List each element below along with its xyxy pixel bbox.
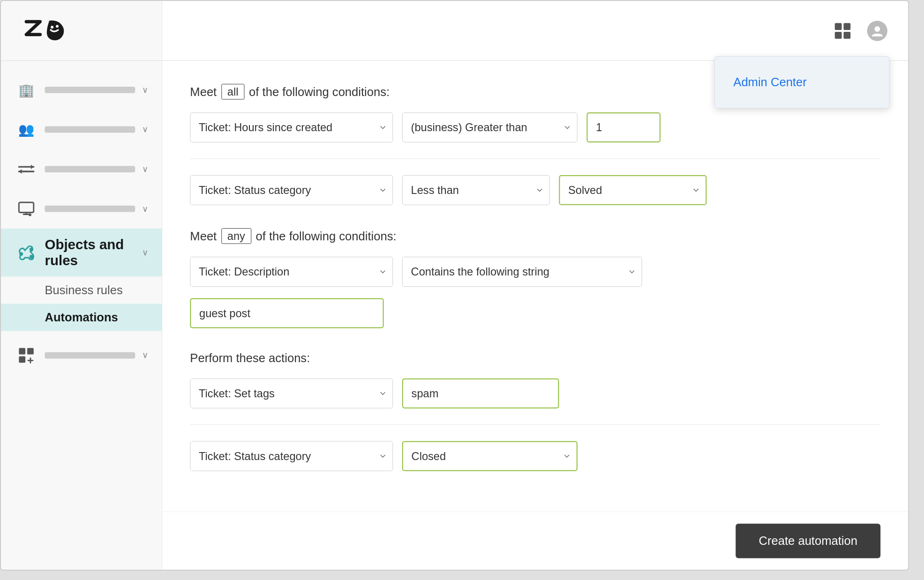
any-badge: any — [221, 228, 251, 244]
svg-rect-13 — [19, 348, 25, 355]
user-avatar-icon — [867, 21, 887, 41]
svg-marker-5 — [19, 169, 22, 174]
chevron-icon-5: ∨ — [142, 247, 148, 258]
nav-label-bar-3 — [45, 166, 135, 172]
all-badge: all — [221, 84, 244, 99]
chevron-icon-4: ∨ — [142, 204, 148, 214]
all-condition-row-2: Ticket: Status category Less than Solved — [190, 175, 880, 205]
action-row-1: Ticket: Set tags — [190, 379, 880, 409]
admin-center-dropdown: Admin Center — [714, 56, 890, 108]
svg-point-9 — [29, 214, 31, 216]
svg-point-1 — [56, 25, 59, 28]
svg-point-18 — [874, 26, 880, 32]
action-row1-field-select[interactable]: Ticket: Set tags — [190, 379, 393, 409]
page-body: Meet all of the following conditions: Ti… — [162, 61, 908, 512]
grid-icon — [834, 23, 850, 38]
action-row1-value-input[interactable] — [402, 379, 559, 409]
svg-rect-14 — [27, 348, 34, 355]
any-header-pre: Meet — [190, 229, 217, 243]
all-header-pre: Meet — [190, 85, 217, 99]
any-row1-operator-select[interactable]: Contains the following string — [402, 257, 642, 287]
people-icon: 👥 — [15, 118, 38, 141]
monitor-icon — [15, 197, 38, 220]
page-footer: Create automation — [162, 512, 908, 570]
all-row2-value-select[interactable]: Solved — [559, 175, 706, 205]
actions-header: Perform these actions: — [190, 351, 880, 365]
subnav-item-automations[interactable]: Automations — [1, 304, 162, 331]
sidebar-item-apps[interactable]: ∨ — [1, 335, 162, 375]
all-row1-value-input[interactable] — [586, 112, 660, 142]
actions-section: Perform these actions: Ticket: Set tags … — [190, 351, 880, 471]
all-condition-row-1: Ticket: Hours since created (business) G… — [190, 112, 880, 142]
any-conditions-header: Meet any of the following conditions: — [190, 228, 880, 244]
main-content: Admin Center Meet all of the following c… — [162, 1, 908, 570]
svg-point-10 — [19, 252, 23, 256]
sidebar-item-monitor[interactable]: ∨ — [1, 189, 162, 229]
zendesk-logo — [19, 15, 75, 47]
apps-icon — [15, 344, 38, 367]
svg-point-12 — [30, 255, 33, 259]
chevron-icon-3: ∨ — [142, 164, 148, 174]
svg-rect-6 — [19, 202, 33, 213]
app-frame: 🏢 ∨ 👥 ∨ — [0, 0, 909, 571]
chevron-icon-6: ∨ — [142, 350, 148, 361]
grid-cell-3 — [834, 31, 841, 38]
any-row1-field-select[interactable]: Ticket: Description — [190, 257, 393, 287]
admin-center-link[interactable]: Admin Center — [715, 66, 889, 99]
divider-2 — [190, 424, 880, 425]
header: Admin Center — [162, 1, 908, 61]
user-profile-button[interactable] — [864, 18, 890, 43]
buildings-icon: 🏢 — [15, 78, 38, 101]
nav-label-bar-1 — [45, 87, 135, 93]
sidebar-nav: 🏢 ∨ 👥 ∨ — [1, 61, 162, 570]
sidebar-item-buildings[interactable]: 🏢 ∨ — [1, 70, 162, 110]
grid-cell-4 — [843, 31, 850, 38]
logo-area — [1, 1, 162, 61]
chevron-icon-1: ∨ — [142, 85, 148, 95]
any-conditions-section: Meet any of the following conditions: Ti… — [190, 228, 880, 328]
sidebar-item-routing[interactable]: ∨ — [1, 149, 162, 189]
grid-menu-button[interactable] — [830, 18, 855, 43]
grid-cell-1 — [834, 23, 841, 30]
nav-label-bar-2 — [45, 126, 135, 133]
any-condition-value-row — [190, 298, 880, 328]
grid-cell-2 — [843, 23, 850, 30]
svg-rect-15 — [19, 357, 25, 363]
any-condition-row-1: Ticket: Description Contains the followi… — [190, 257, 880, 287]
sidebar: 🏢 ∨ 👥 ∨ — [1, 1, 162, 570]
sidebar-subnav: Business rules Automations — [1, 276, 162, 335]
any-header-post: of the following conditions: — [256, 229, 397, 243]
chevron-icon-2: ∨ — [142, 125, 148, 135]
all-row1-operator-select[interactable]: (business) Greater than — [402, 112, 578, 142]
subnav-item-business-rules[interactable]: Business rules — [1, 276, 162, 304]
svg-point-0 — [51, 26, 53, 29]
nav-label-bar-4 — [45, 206, 135, 212]
action-row2-value-select[interactable]: Closed — [402, 441, 578, 471]
all-row1-field-select[interactable]: Ticket: Hours since created — [190, 112, 393, 142]
sidebar-item-people[interactable]: 👥 ∨ — [1, 110, 162, 149]
any-row1-value-input[interactable] — [190, 298, 383, 328]
svg-marker-3 — [31, 164, 34, 169]
objects-icon — [15, 241, 38, 264]
create-automation-button[interactable]: Create automation — [736, 524, 880, 558]
divider-1 — [190, 158, 880, 159]
routing-icon — [15, 157, 38, 180]
nav-label-bar-6 — [45, 352, 135, 359]
action-row2-field-select[interactable]: Ticket: Status category — [190, 441, 393, 471]
sidebar-item-label-objects: Objects and rules — [45, 237, 142, 268]
action-row-2: Ticket: Status category Closed — [190, 441, 880, 471]
all-header-post: of the following conditions: — [249, 85, 390, 99]
all-row2-operator-select[interactable]: Less than — [402, 175, 550, 205]
svg-point-11 — [30, 247, 33, 251]
all-row2-field-select[interactable]: Ticket: Status category — [190, 175, 393, 205]
sidebar-item-objects[interactable]: Objects and rules ∨ — [1, 229, 162, 276]
header-icons — [830, 18, 890, 43]
